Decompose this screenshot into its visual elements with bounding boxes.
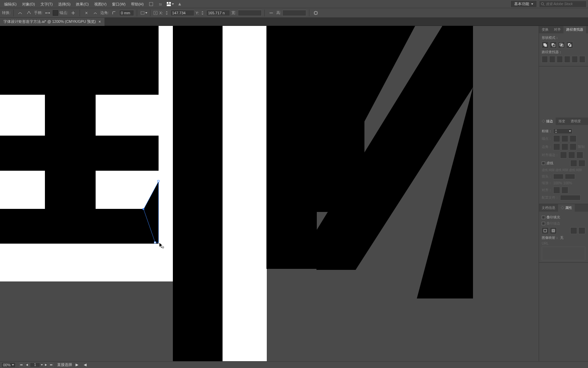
svg-point-8 [46,12,47,13]
show-handles-icon[interactable] [44,9,51,17]
reference-point-icon[interactable] [153,9,158,17]
menu-select[interactable]: 选择(S) [55,0,74,8]
even-odd-icon[interactable] [542,227,549,234]
gpu-icon[interactable] [176,1,184,7]
status-scroll-left-icon[interactable]: ◀ [84,363,86,367]
overprint-fill-checkbox[interactable] [542,216,545,219]
corner-type-icon[interactable] [110,9,118,17]
overprint-stroke-checkbox [542,222,545,225]
menu-type[interactable]: 文字(T) [38,0,55,8]
unite-icon[interactable] [542,42,549,48]
non-zero-icon[interactable] [550,227,557,234]
search-box[interactable] [539,1,587,7]
corner-join-label: 边角： [542,144,552,149]
h-align-icon[interactable] [267,9,275,17]
connect-path-icon[interactable] [92,9,99,17]
trim-icon[interactable] [549,56,555,63]
menu-window[interactable]: 窗口(W) [109,0,128,8]
weight-input[interactable] [553,128,572,134]
x-stepper-icon[interactable] [164,9,169,17]
stock-icon[interactable]: St [157,1,165,7]
weight-label: 粗细： [542,129,552,134]
black-shape [0,26,159,95]
cutout [96,171,159,209]
convert-corner-icon[interactable] [25,9,33,17]
first-artboard-button[interactable]: ⏮ [19,363,24,367]
y-input[interactable] [206,10,230,16]
menu-help[interactable]: 帮助(H) [128,0,146,8]
menu-edit[interactable]: 编辑(E) [1,0,19,8]
svg-rect-36 [569,44,570,46]
last-artboard-button[interactable]: ⏭ [49,363,54,367]
artboard-number-input[interactable] [30,363,40,367]
y-stepper-icon[interactable] [200,9,205,17]
svg-rect-2 [167,2,168,4]
join-miter-icon [553,143,560,150]
document-tab[interactable]: 字体设计矩形造字方法.ai* @ 1200% (CMYK/GPU 预览) × [0,18,105,26]
artboard-nav: ⏮ ◀ ▶ ⏭ [19,363,54,367]
svg-rect-3 [169,2,171,4]
dash-align-icon[interactable] [578,160,585,167]
svg-point-9 [49,12,50,13]
align-end-icon [561,187,568,194]
arrange-icon[interactable] [166,1,174,7]
imagemap-value: 无 [560,235,564,240]
y-label: Y: [196,11,199,15]
menu-object[interactable]: 对象(O) [19,0,38,8]
isolate-icon[interactable] [312,9,320,17]
crop-icon[interactable] [564,56,570,63]
stroke-panel: ◇ 描边 渐变 透明度 粗细： 端点： 边角：限制 对齐描边： 虚线 虚线间隙 … [539,118,588,204]
x-input[interactable] [170,10,194,16]
svg-line-6 [543,5,544,6]
tab-stroke[interactable]: ◇ 描边 [539,118,556,125]
pathfinder-panel: 变换 对齐 路径查找器 形状模式： 路径查找器： [539,26,588,66]
outline-icon[interactable] [572,56,578,63]
corner-radius-input[interactable] [119,10,134,16]
search-input[interactable] [546,2,585,6]
join-bevel-icon [570,143,576,150]
align-tip-icon [553,187,560,194]
pathfinders-label: 路径查找器： [542,50,585,55]
tab-attributes[interactable]: ◇ 属性 [558,204,575,212]
h-input [282,10,306,16]
tab-align[interactable]: 对齐 [551,26,564,33]
dashed-checkbox[interactable] [542,162,545,165]
intersect-icon[interactable] [558,42,565,48]
tab-pathfinder[interactable]: 路径查找器 [564,26,586,33]
minus-back-icon[interactable] [579,56,585,63]
exclude-icon[interactable] [566,42,573,48]
svg-rect-28 [544,44,547,47]
show-center-icon [570,227,577,234]
convert-smooth-icon[interactable] [16,9,24,17]
diagonal-shapes [316,26,473,298]
black-shape [173,26,223,361]
document-title: 字体设计矩形造字方法.ai* @ 1200% (CMYK/GPU 预览) [3,19,96,24]
arrow-label: 箭头： [542,174,552,179]
w-input [238,10,262,16]
divide-icon[interactable] [542,56,548,63]
canvas[interactable] [0,26,539,361]
fill-swatch[interactable] [53,10,58,16]
merge-icon[interactable] [557,56,563,63]
align-selection-icon[interactable] [140,9,147,17]
touch-icon[interactable] [147,1,155,7]
menu-effect[interactable]: 效果(C) [73,0,91,8]
workspace-selector[interactable]: 基本功能 [510,0,537,7]
prev-artboard-button[interactable]: ◀ [24,363,29,367]
close-tab-icon[interactable]: × [99,19,101,24]
cut-path-icon[interactable] [83,9,90,17]
zoom-selector[interactable]: 00% [1,362,16,368]
work-area: 变换 对齐 路径查找器 形状模式： 路径查找器： [0,26,588,361]
remove-anchor-icon[interactable] [69,9,77,17]
minus-front-icon[interactable] [550,42,557,48]
next-artboard-button[interactable]: ▶ [44,363,48,367]
white-gap [223,26,267,361]
tab-docinfo[interactable]: 文档信息 [539,204,558,212]
svg-rect-38 [552,229,555,232]
tab-gradient[interactable]: 渐变 [556,118,568,125]
tab-transform[interactable]: 变换 [539,26,551,33]
dash-preserve-icon[interactable] [570,160,577,167]
menu-view[interactable]: 视图(V) [92,0,110,8]
status-arrow-icon[interactable]: ▶ [76,363,78,367]
tab-transparency[interactable]: 透明度 [568,118,584,125]
